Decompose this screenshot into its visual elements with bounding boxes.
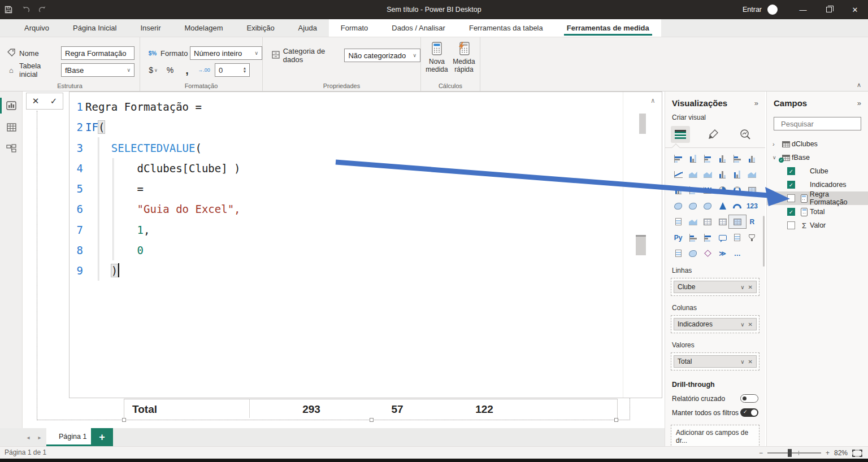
viz-icon-stacked-area-chart[interactable] xyxy=(700,169,715,180)
expander-icon[interactable]: › xyxy=(772,141,780,147)
toggle-manter-todos-os-filtros[interactable] xyxy=(740,408,758,417)
data-view-button[interactable] xyxy=(0,117,23,137)
matrix-visual-total-row[interactable]: Total 29357122 xyxy=(124,399,618,420)
formula-code[interactable]: Regra Formatação =IF( SELECTEDVALUE( dCl… xyxy=(85,97,622,281)
zoom-in-button[interactable]: + xyxy=(826,449,830,457)
chevron-down-icon[interactable]: ∨ xyxy=(740,284,744,290)
dax-formula-editor[interactable]: 123456789 Regra Formatação =IF( SELECTED… xyxy=(69,91,662,398)
format-visual-tab[interactable] xyxy=(704,126,723,143)
minimize-button[interactable]: — xyxy=(790,0,816,19)
well-valores[interactable]: Total∨✕ xyxy=(671,352,760,371)
viz-icon-line-chart[interactable] xyxy=(671,169,685,180)
tree-row-clube[interactable]: ✓Clube xyxy=(767,164,868,178)
new-measure-button[interactable]: Nova medida xyxy=(423,42,450,73)
close-button[interactable]: ✕ xyxy=(842,0,868,19)
previous-page-arrow[interactable]: ◂ xyxy=(24,428,33,446)
save-icon[interactable] xyxy=(0,0,17,19)
viz-icon-paginated-report[interactable] xyxy=(671,248,685,259)
commit-formula-button[interactable]: ✓ xyxy=(45,93,63,109)
formula-line-8[interactable]: 0 xyxy=(85,240,622,260)
analytics-tab[interactable] xyxy=(736,126,755,143)
remove-field-icon[interactable]: ✕ xyxy=(748,321,753,328)
formula-line-1[interactable]: Regra Formatação = xyxy=(85,97,622,117)
restore-button[interactable] xyxy=(816,0,842,19)
redo-icon[interactable] xyxy=(34,0,51,19)
ribbon-tab-dados-analisar[interactable]: Dados / Analisar xyxy=(380,19,457,37)
formula-line-7[interactable]: 1, xyxy=(85,220,622,240)
thousands-separator-button[interactable]: , xyxy=(181,64,193,76)
model-view-button[interactable] xyxy=(0,139,23,158)
viz-icon-map[interactable] xyxy=(671,201,685,211)
tree-row-fbase[interactable]: ∨✓fBase xyxy=(767,151,868,164)
decimal-places-stepper[interactable]: 0 ▲▼ xyxy=(215,63,250,77)
tree-row-total[interactable]: ✓Total xyxy=(767,205,868,219)
field-pill-indicadores[interactable]: Indicadores∨✕ xyxy=(674,318,757,330)
add-drill-fields-box[interactable]: Adicionar os campos de dr... xyxy=(671,425,760,448)
ribbon-tab-ajuda[interactable]: Ajuda xyxy=(287,19,329,37)
viz-icon-ribbon-chart[interactable] xyxy=(745,169,760,180)
tree-row-regra-formatacao[interactable]: Regra Formatação xyxy=(767,191,868,205)
report-view-button[interactable] xyxy=(0,96,23,115)
viz-icon-funnel-chart[interactable] xyxy=(685,185,700,195)
viz-icon-smart-narrative[interactable] xyxy=(730,232,745,243)
viz-icon-matrix[interactable] xyxy=(730,216,745,227)
viz-icon-treemap[interactable] xyxy=(745,185,760,195)
search-input[interactable] xyxy=(781,120,868,128)
data-category-dropdown[interactable]: Não categorizado∨ xyxy=(344,49,420,62)
ribbon-tab-inserir[interactable]: Inserir xyxy=(128,19,172,37)
undo-icon[interactable] xyxy=(17,0,34,19)
viz-icon-stacked-bar-chart[interactable] xyxy=(671,153,685,164)
fields-search-box[interactable] xyxy=(774,117,861,130)
formula-line-9[interactable]: ) xyxy=(85,260,622,281)
collapse-ribbon-icon[interactable]: ∧ xyxy=(857,81,861,89)
formula-line-3[interactable]: SELECTEDVALUE( xyxy=(85,138,622,158)
percent-format-button[interactable]: % xyxy=(164,64,176,76)
field-checkbox[interactable]: ✓ xyxy=(787,167,795,175)
resize-handle[interactable] xyxy=(370,418,374,422)
viz-icon-stacked-column-chart[interactable] xyxy=(685,153,700,164)
zoom-out-button[interactable]: − xyxy=(759,449,763,457)
decimal-shift-icon[interactable]: →.00 xyxy=(198,64,210,76)
ribbon-tab-formato[interactable]: Formato xyxy=(329,19,380,37)
well-colunas[interactable]: Indicadores∨✕ xyxy=(671,315,760,333)
field-checkbox[interactable]: ✓ xyxy=(787,181,795,189)
tree-row-indicadores[interactable]: ✓Indicadores xyxy=(767,178,868,191)
viz-icon-multi-row-card[interactable] xyxy=(671,216,685,227)
tree-row-dclubes[interactable]: ›dClubes xyxy=(767,137,868,151)
toggle-relatorio-cruzado[interactable] xyxy=(740,394,758,403)
measure-name-input[interactable] xyxy=(61,46,134,60)
resize-handle[interactable] xyxy=(614,418,618,422)
field-checkbox[interactable] xyxy=(787,194,795,202)
viz-icon-q-and-a[interactable] xyxy=(715,232,730,243)
remove-field-icon[interactable]: ✕ xyxy=(748,284,753,290)
fit-to-page-icon[interactable] xyxy=(852,450,862,457)
currency-format-button[interactable]: $∨ xyxy=(147,64,159,76)
ribbon-tab-arquivo[interactable]: Arquivo xyxy=(12,19,61,37)
resize-handle[interactable] xyxy=(122,418,126,422)
collapse-pane-icon[interactable]: » xyxy=(754,99,758,107)
tree-row-valor[interactable]: ΣValor xyxy=(767,219,868,232)
viz-icon-clustered-bar-chart[interactable] xyxy=(700,153,715,164)
viz-icon-area-chart[interactable] xyxy=(685,169,700,180)
viz-icon-python-visual[interactable]: Py xyxy=(671,232,685,243)
viz-icon-clustered-column-chart[interactable] xyxy=(715,153,730,164)
viz-icon-line-and-stacked-column-chart[interactable] xyxy=(715,169,730,180)
viz-icon-decomposition-tree[interactable] xyxy=(700,232,715,243)
ribbon-tab-ferramentas-da-tabela[interactable]: Ferramentas da tabela xyxy=(457,19,555,37)
viz-icon-scatter-chart[interactable] xyxy=(700,185,715,195)
ribbon-tab-exibicao[interactable]: Exibição xyxy=(235,19,286,37)
viz-icon-more-options[interactable]: … xyxy=(730,248,745,259)
formula-line-6[interactable]: "Guia do Excel", xyxy=(85,199,622,219)
viz-icon-shape-map[interactable] xyxy=(700,201,715,211)
sign-in-button[interactable]: Entrar xyxy=(743,6,762,14)
viz-icon-filled-map[interactable] xyxy=(685,201,700,211)
remove-field-icon[interactable]: ✕ xyxy=(748,359,753,365)
viz-icon-slicer[interactable] xyxy=(700,216,715,227)
avatar[interactable] xyxy=(767,5,778,15)
ribbon-tab-ferramentas-de-medida[interactable]: Ferramentas de medida xyxy=(555,19,661,37)
quick-measure-button[interactable]: Medida rápida xyxy=(450,42,478,73)
well-linhas[interactable]: Clube∨✕ xyxy=(671,278,760,296)
viz-icon-azure-map[interactable] xyxy=(715,201,730,211)
viz-icon-100-stacked-bar-chart[interactable] xyxy=(730,153,745,164)
field-pill-total[interactable]: Total∨✕ xyxy=(674,355,757,368)
